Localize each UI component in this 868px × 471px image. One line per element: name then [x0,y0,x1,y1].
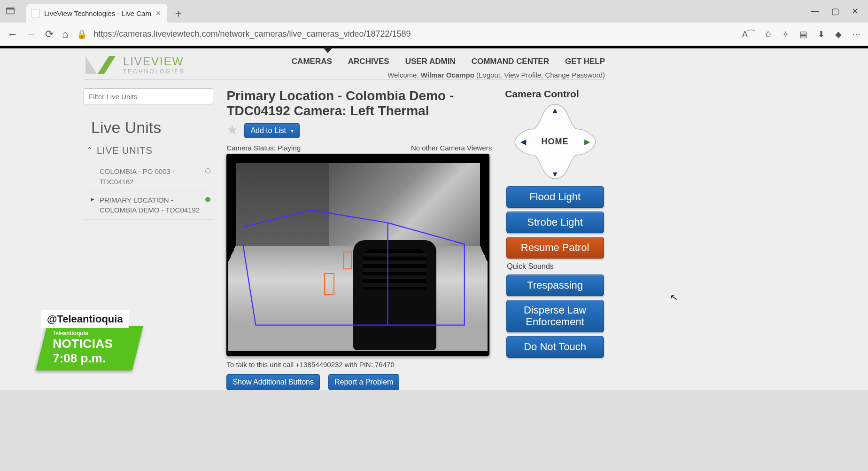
watermark-time: 7:08 p.m. [53,351,128,366]
reader-icon[interactable]: A⁀ [742,29,754,39]
sidebar-section-toggle[interactable]: ˄ LIVE UNITS [87,145,213,156]
browser-tab[interactable]: LiveView Technologies - Live Cam × [26,4,167,23]
nav-get-help[interactable]: GET HELP [565,57,605,66]
unit-item-active[interactable]: PRIMARY LOCATION - COLOMBIA DEMO - TDC04… [84,191,213,220]
svg-rect-1 [7,8,15,10]
forward-icon[interactable]: → [26,28,37,40]
ptz-up-icon[interactable]: ▲ [551,106,559,115]
viewer-count: No other Camera Viewers [411,144,492,152]
detection-zone-overlay [236,163,480,346]
minimize-icon[interactable]: — [811,6,819,16]
nav-command-center[interactable]: COMMAND CENTER [472,57,549,66]
menu-icon[interactable]: ⋯ [852,29,860,39]
camera-control-title: Camera Control [505,88,605,100]
watermark-brand: Teleantioquia [53,330,128,337]
nav-user-admin[interactable]: USER ADMIN [405,57,456,66]
ptz-home-button[interactable]: HOME [542,137,569,147]
unit-label: PRIMARY LOCATION - COLOMBIA DEMO - TDC04… [100,196,200,214]
strobe-light-button[interactable]: Strobe Light [506,212,604,233]
sound-do-not-touch-button[interactable]: Do Not Touch [506,336,604,358]
video-feed[interactable] [226,154,489,356]
svg-marker-2 [85,56,97,74]
tab-favicon [31,9,39,17]
status-dot-icon [205,197,210,202]
ptz-left-icon[interactable]: ◀ [520,137,526,146]
ptz-down-icon[interactable]: ▼ [551,170,559,179]
reload-icon[interactable]: ⟳ [45,28,54,40]
new-tab-button[interactable]: ＋ [173,6,184,21]
sidebar-heading: Live Units [91,118,213,137]
report-problem-button[interactable]: Report a Problem [328,374,399,390]
svg-marker-3 [98,56,116,74]
logo-subtext: TECHNOLOGIES [123,68,185,75]
tab-title: LiveView Technologies - Live Cam [44,9,151,17]
unit-label: COLOMBIA - PO 0003 - TDC04162 [100,167,175,186]
favorite-star-icon[interactable]: ★ [226,125,239,137]
sound-trespassing-button[interactable]: Trespassing [506,275,604,296]
collections-icon[interactable]: ▤ [799,29,807,39]
favorites-bar-icon[interactable]: ✧ [782,29,789,39]
talk-instructions: To talk to this unit call +13854490232 w… [226,361,492,369]
url-text: https://cameras.liveviewtech.com/network… [93,29,411,39]
main-nav: CAMERAS ARCHIVES USER ADMIN COMMAND CENT… [292,57,605,66]
favorite-icon[interactable]: ✩ [765,29,772,39]
welcome-line: Welcome, Wilmar Ocampo (Logout, View Pro… [388,71,605,79]
broadcast-watermark: @Teleantioquia Teleantioquia NOTICIAS 7:… [41,310,138,370]
close-icon[interactable]: × [156,8,161,18]
quick-sounds-label: Quick Sounds [507,262,605,271]
logo-text: LIVEVIEW [123,55,185,68]
nav-active-caret-icon [323,47,333,53]
camera-panel: Primary Location - Colombia Demo - TDC04… [226,88,492,390]
chevron-down-icon: ▾ [291,127,294,134]
downloads-icon[interactable]: ⬇ [818,29,825,39]
unit-item[interactable]: COLOMBIA - PO 0003 - TDC04162 [84,163,213,191]
nav-archives[interactable]: ARCHIVES [348,57,389,66]
add-to-list-button[interactable]: Add to List ▾ [244,123,300,138]
camera-status: Camera Status: Playing [226,144,301,152]
show-additional-button[interactable]: Show Additional Buttons [226,374,320,390]
ptz-control: HOME ▲ ▼ ◀ ▶ [513,102,597,181]
detection-box-icon [324,273,334,295]
flood-light-button[interactable]: Flood Light [506,186,604,208]
brand-logo[interactable]: LIVEVIEW TECHNOLOGIES [84,54,185,76]
app-icon [4,5,17,18]
resume-patrol-button[interactable]: Resume Patrol [506,237,604,259]
logo-mark-icon [84,54,117,76]
back-icon[interactable]: ← [8,28,18,40]
site-header: LIVEVIEW TECHNOLOGIES CAMERAS ARCHIVES U… [84,48,605,80]
status-dot-icon [205,168,210,173]
nav-cameras[interactable]: CAMERAS [292,57,332,66]
close-window-icon[interactable]: ✕ [852,6,859,16]
account-links[interactable]: (Logout, View Profile, Change Password) [474,71,605,79]
lock-icon: 🔒 [77,29,87,39]
browser-toolbar: ← → ⟳ ⌂ 🔒 https://cameras.liveviewtech.c… [0,23,868,46]
window-controls: — ▢ ✕ [811,6,859,16]
watermark-handle: @Teleantioquia [41,310,129,328]
browser-tab-strip: LiveView Technologies - Live Cam × ＋ — ▢… [0,0,868,23]
sound-disperse-le-button[interactable]: Disperse Law Enforcement [506,300,604,332]
extension-icon[interactable]: ◆ [835,29,842,39]
detection-box-icon [343,251,352,269]
maximize-icon[interactable]: ▢ [831,6,839,16]
watermark-program: NOTICIAS [53,337,128,351]
camera-control-panel: Camera Control HOME ▲ ▼ ◀ ▶ Flood Light … [505,88,605,361]
ptz-right-icon[interactable]: ▶ [584,137,590,146]
filter-units-input[interactable] [84,88,213,104]
camera-title: Primary Location - Colombia Demo - TDC04… [226,88,492,118]
home-icon[interactable]: ⌂ [62,28,68,40]
sidebar: Live Units ˄ LIVE UNITS COLOMBIA - PO 00… [84,88,213,220]
address-bar[interactable]: 🔒 https://cameras.liveviewtech.com/netwo… [77,29,734,39]
chevron-up-icon: ˄ [87,146,92,156]
video-content [236,163,480,346]
